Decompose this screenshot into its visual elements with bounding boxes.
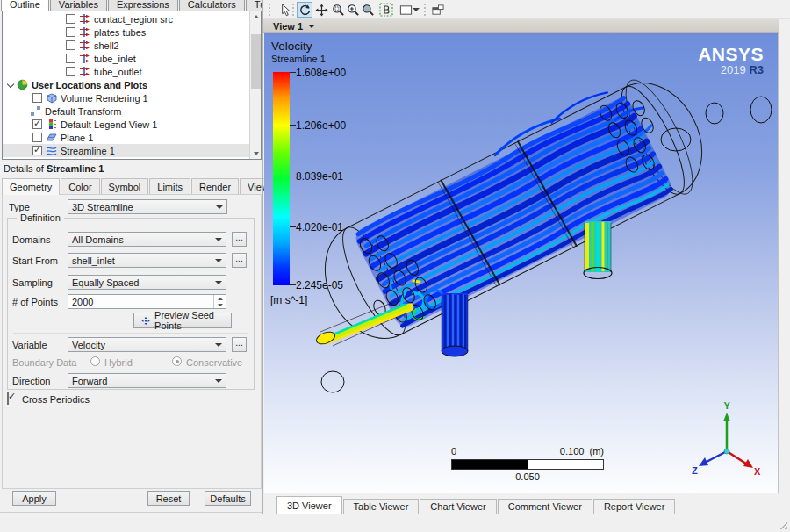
3d-viewport[interactable]: Y X Z Velocity Streamline 1 1.608e+00 1.… [264,33,779,493]
domains-more-button[interactable]: ... [232,232,247,247]
tree-item[interactable]: plates tubes [3,25,261,39]
resize-grip[interactable] [779,521,787,529]
layout-dropdown-arrow-icon[interactable] [412,2,420,18]
tab-calculators[interactable]: Calculators [179,0,245,11]
zoom-in-tool-icon[interactable] [345,2,361,18]
tab-geometry[interactable]: Geometry [2,178,60,195]
conservative-radio[interactable] [172,356,182,366]
start-from-more-button[interactable]: ... [232,253,247,268]
hybrid-radio[interactable] [90,356,100,366]
tree-item[interactable]: Default Transform [3,104,261,118]
sampling-dropdown[interactable]: Equally Spaced [68,275,226,290]
tab-table-viewer[interactable]: Table Viewer [343,499,420,514]
checkbox[interactable] [66,67,75,76]
fit-view-tool-icon[interactable] [378,2,394,18]
tab-report-viewer[interactable]: Report Viewer [593,499,676,514]
tab-expressions[interactable]: Expressions [108,0,178,11]
tab-outline[interactable]: Outline [1,0,49,11]
tree-item[interactable]: Volume Rendering 1 [3,91,261,104]
conservative-label: Conservative [186,357,242,368]
checkbox[interactable] [66,54,75,63]
tab-render[interactable]: Render [191,178,239,194]
toolbar-grip[interactable] [269,4,271,16]
variable-more-button[interactable]: ... [232,337,247,352]
cross-periodics-checkbox[interactable] [7,392,9,405]
tick-mark [290,176,296,176]
legend-tick: 4.020e-01 [296,221,366,234]
zoom-box-tool-icon[interactable] [330,2,346,18]
scrollbar-thumb[interactable] [251,34,261,89]
tree-item[interactable]: shell2 [3,39,261,52]
chevron-down-icon [308,25,315,28]
checkbox[interactable] [32,93,42,103]
tab-3d-viewer[interactable]: 3D Viewer [276,496,342,514]
points-input[interactable]: 2000 [68,294,226,309]
locations-icon [17,79,28,90]
scale-min: 0 [451,446,456,457]
pan-tool-icon[interactable] [313,2,329,18]
rotate-tool-icon[interactable] [297,2,312,18]
ansys-logo: ANSYS 2019 R3 [698,44,764,76]
scale-bar: 0 0.100 (m) 0.050 [451,446,604,482]
reset-button[interactable]: Reset [147,491,190,506]
scroll-down-icon[interactable] [250,147,262,159]
legend-title: Velocity [271,40,312,53]
checkbox[interactable] [32,159,42,160]
tab-chart-viewer[interactable]: Chart Viewer [420,499,496,514]
transform-icon [30,105,41,117]
checkbox[interactable] [66,14,75,24]
tree-item[interactable]: Default Legend View 1 [3,118,261,131]
tree-scrollbar[interactable] [249,11,261,159]
left-panel: Outline Variables Expressions Calculator… [0,0,263,514]
checkbox[interactable] [32,146,42,155]
tab-comment-viewer[interactable]: Comment Viewer [498,499,592,514]
tab-limits[interactable]: Limits [149,178,190,194]
sampling-label: Sampling [12,277,53,288]
tick-mark [290,72,296,73]
checkbox[interactable] [66,27,75,37]
spinner-buttons[interactable] [213,295,226,308]
volume-icon [46,92,57,104]
start-from-dropdown[interactable]: shell_inlet [68,253,226,268]
legend-unit: [m s^-1] [270,294,307,306]
type-dropdown[interactable]: 3D Streamline [68,199,227,214]
viewer-toolbar [263,0,790,19]
tab-symbol[interactable]: Symbol [101,178,149,194]
domain-icon [79,66,90,77]
tree-item[interactable]: Plane 1 [3,131,261,144]
workspace-tabs: Outline Variables Expressions Calculator… [1,0,289,11]
plane-icon [46,132,57,143]
view-header[interactable]: View 1 [263,19,779,33]
spin-down-icon[interactable] [214,302,226,309]
spin-up-icon[interactable] [214,295,226,302]
variable-dropdown[interactable]: Velocity [68,337,226,352]
legend-icon [46,119,57,130]
cross-periodics-label: Cross Periodics [22,394,90,405]
checkbox[interactable] [32,133,42,142]
tree-item[interactable]: contact_region src [3,12,261,25]
checkbox[interactable] [32,119,42,129]
apply-button[interactable]: Apply [12,491,56,506]
tree-item-wireframe[interactable]: Wireframe [3,157,261,160]
checkbox[interactable] [66,40,75,50]
select-tool-icon[interactable] [276,2,292,18]
outlet-pipe-yellow [584,221,612,279]
toolbar-grip[interactable] [292,4,295,16]
tab-color[interactable]: Color [61,178,99,194]
toolbar-grip[interactable] [424,4,427,16]
domains-dropdown[interactable]: All Domains [68,232,226,247]
chevron-down-icon[interactable] [7,82,14,89]
defaults-button[interactable]: Defaults [205,491,251,506]
tab-variables[interactable]: Variables [50,0,107,11]
window-tool-icon[interactable] [429,2,445,18]
scroll-up-icon[interactable] [250,11,262,23]
inlet-jet [315,301,410,347]
preview-seed-points-button[interactable]: Preview Seed Points [133,313,232,328]
tree-group-user-locations[interactable]: User Locations and Plots [3,78,261,91]
boundary-data-label: Boundary Data [12,357,76,368]
tree-item[interactable]: tube_outlet [3,65,261,78]
zoom-fit-tool-icon[interactable] [360,2,376,18]
direction-dropdown[interactable]: Forward [68,373,226,388]
tree-item[interactable]: tube_inlet [3,52,261,65]
tree-item-streamline-1[interactable]: Streamline 1 [3,144,261,157]
